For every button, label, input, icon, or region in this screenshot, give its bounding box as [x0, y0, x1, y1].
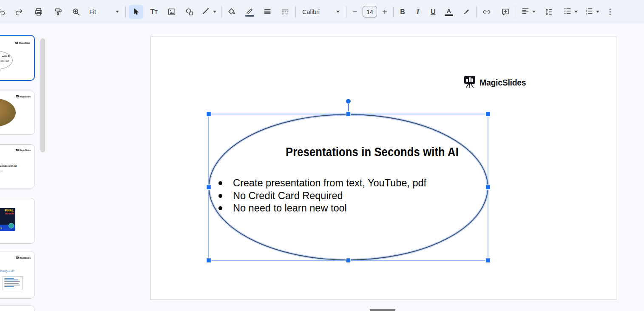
- thumb-title-text: WebQuest?: [0, 270, 14, 273]
- thumb-badge: HIGHLIGHTS: [0, 227, 2, 230]
- border-weight-button[interactable]: [260, 5, 275, 19]
- text-color-swatch: [445, 14, 453, 16]
- thumb-badge: FINAL: [5, 209, 14, 212]
- thumb-photo-oval: [0, 98, 16, 127]
- highlight-color-button[interactable]: [459, 5, 473, 19]
- text-color-button[interactable]: A: [443, 5, 455, 19]
- slide-thumbnail-6[interactable]: [0, 305, 35, 311]
- insert-shape-button[interactable]: [182, 5, 197, 19]
- slide-thumbnail-3[interactable]: MagicSlides Seconds with AI: [0, 144, 35, 188]
- paint-format-button[interactable]: [51, 5, 65, 19]
- resize-handle-middle-left[interactable]: [207, 185, 211, 190]
- thumb-title-text: with AI: [2, 55, 10, 57]
- chevron-down-icon: [596, 11, 599, 13]
- more-options-button[interactable]: ⋮: [604, 5, 616, 19]
- bold-icon: B: [400, 8, 405, 16]
- toolbar-separator: [125, 6, 126, 17]
- thumb-body-line: [0, 171, 3, 171]
- cursor-icon: [131, 7, 141, 17]
- border-color-pencil-icon: [245, 7, 254, 14]
- select-tool-button[interactable]: [129, 5, 143, 19]
- numbered-list-button[interactable]: 123: [583, 5, 601, 19]
- line-spacing-button[interactable]: [542, 5, 556, 19]
- svg-text:3: 3: [586, 12, 587, 15]
- font-select[interactable]: Calibri: [299, 5, 343, 19]
- text-box-button[interactable]: TT: [147, 5, 161, 19]
- bold-button[interactable]: B: [397, 5, 409, 19]
- resize-handle-top-left[interactable]: [207, 112, 211, 117]
- slide-canvas[interactable]: MagicSlides Presentations in Seconds wit…: [150, 37, 616, 300]
- resize-handle-bottom-left[interactable]: [207, 258, 211, 263]
- bulleted-list-button[interactable]: [561, 5, 579, 19]
- resize-handle-middle-right[interactable]: [486, 185, 491, 190]
- resize-handle-top-center[interactable]: [346, 112, 351, 117]
- align-button[interactable]: [519, 5, 537, 19]
- shape-layer: [150, 37, 617, 300]
- magicslides-icon: [16, 149, 19, 151]
- insert-shape-icon: [185, 7, 194, 17]
- decrease-font-size-button[interactable]: −: [349, 5, 360, 19]
- chevron-down-icon: [532, 11, 536, 13]
- font-select-value: Calibri: [302, 9, 320, 15]
- chevron-down-icon: [116, 11, 119, 13]
- insert-line-button[interactable]: [199, 5, 218, 19]
- paint-format-icon: [54, 7, 63, 17]
- thumb-title-text: Seconds with AI: [0, 165, 17, 167]
- underline-button[interactable]: U: [427, 5, 439, 19]
- rotation-handle[interactable]: [346, 99, 351, 104]
- zoom-select[interactable]: Fit: [86, 5, 122, 19]
- insert-link-button[interactable]: [479, 5, 494, 19]
- fill-color-button[interactable]: [224, 5, 239, 19]
- insert-image-button[interactable]: [165, 5, 179, 19]
- add-comment-button[interactable]: [498, 5, 513, 19]
- bulleted-list-icon: [563, 6, 572, 17]
- redo-button[interactable]: [12, 5, 26, 19]
- zoom-select-value: Fit: [89, 9, 96, 15]
- resize-handle-bottom-center[interactable]: [346, 258, 351, 263]
- thumb-logo: MagicSlides: [16, 149, 31, 151]
- toolbar-separator: [221, 6, 221, 17]
- toolbar-separator: [295, 6, 296, 17]
- resize-handle-bottom-right[interactable]: [486, 258, 491, 263]
- slide-thumbnail-2[interactable]: MagicSlides: [0, 91, 35, 135]
- toolbar-separator: [516, 6, 516, 17]
- font-size-input[interactable]: 14: [363, 6, 377, 17]
- text-box-icon: TT: [150, 8, 158, 16]
- magicslides-icon: [16, 257, 19, 259]
- align-left-icon: [521, 6, 530, 17]
- bullet-item[interactable]: Create presentation from text, YouTube, …: [233, 177, 426, 190]
- chevron-down-icon: [336, 11, 340, 13]
- team-logo-circle: [9, 223, 14, 228]
- thumb-content-box: [3, 276, 23, 290]
- horizontal-scrollbar[interactable]: [370, 309, 395, 311]
- thumb-logo: MagicSlides: [16, 95, 31, 98]
- slide-bullet-list: Create presentation from text, YouTube, …: [233, 177, 426, 215]
- slide-title[interactable]: Presentations in Seconds with AI: [184, 145, 561, 159]
- zoom-icon: [71, 7, 81, 17]
- undo-button[interactable]: [0, 5, 9, 19]
- toolbar-separator: [476, 6, 477, 17]
- slide-thumbnail-1[interactable]: MagicSlides with AI ube, pdf: [0, 35, 35, 81]
- chevron-down-icon: [213, 11, 216, 13]
- slide-thumbnail-4[interactable]: FINAL IND WON HIGHLIGHTS: [0, 198, 35, 244]
- insert-line-icon: [201, 6, 210, 17]
- border-color-button[interactable]: [242, 5, 257, 19]
- border-dash-icon: [281, 7, 290, 17]
- bullet-item[interactable]: No Credit Card Required: [233, 190, 426, 203]
- highlight-marker-icon: [461, 7, 471, 17]
- toolbar: Fit TT Calibri − 14 +: [0, 0, 644, 23]
- toolbar-separator: [393, 6, 394, 17]
- resize-handle-top-right[interactable]: [486, 112, 491, 117]
- print-button[interactable]: [31, 5, 46, 19]
- filmstrip-scrollbar[interactable]: [40, 38, 45, 152]
- text-color-icon: A: [447, 8, 451, 14]
- bullet-item[interactable]: No need to learn new tool: [233, 202, 426, 215]
- numbered-list-icon: 123: [584, 6, 594, 17]
- slide-thumbnail-5[interactable]: MagicSlides WebQuest?: [0, 251, 35, 299]
- border-dash-button[interactable]: [278, 5, 292, 19]
- thumb-logo: MagicSlides: [16, 257, 31, 259]
- increase-font-size-button[interactable]: +: [379, 5, 390, 19]
- zoom-button[interactable]: [69, 5, 83, 19]
- italic-icon: I: [417, 8, 420, 16]
- italic-button[interactable]: I: [412, 5, 424, 19]
